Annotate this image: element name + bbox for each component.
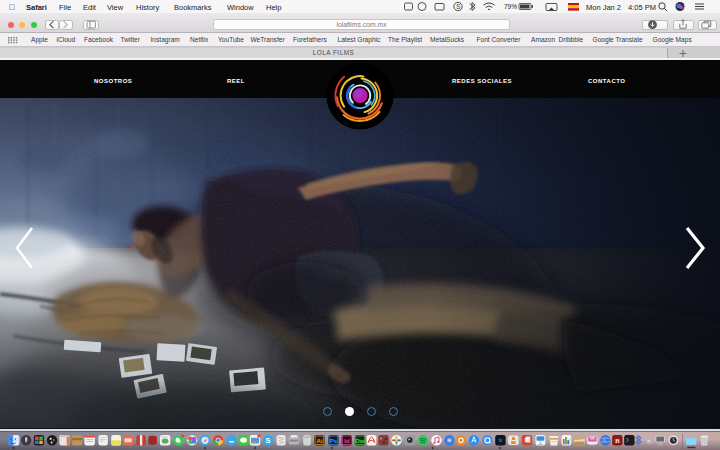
svg-text:S: S [266,436,271,445]
svg-text:P: P [525,437,529,443]
svg-text:Id: Id [344,438,350,444]
svg-text:Ai: Ai [316,438,322,444]
svg-text:B: B [615,437,620,445]
svg-text:Dw: Dw [356,438,365,444]
svg-text:S: S [456,3,461,10]
svg-text:Ps: Ps [330,438,338,444]
